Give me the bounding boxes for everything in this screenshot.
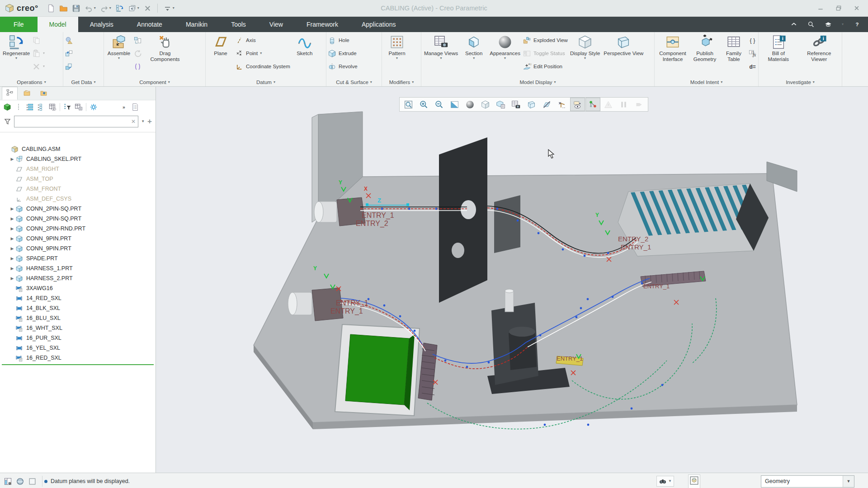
group-label-row[interactable]: Operations▾ <box>0 78 63 86</box>
show-cube-icon[interactable] <box>3 103 11 111</box>
tree-item[interactable]: 14_BLK_SXL <box>0 303 156 313</box>
spin-center-button[interactable] <box>585 98 600 111</box>
maximize-button[interactable] <box>835 5 842 11</box>
undo-button[interactable]: ▾ <box>85 4 96 13</box>
tree-item[interactable]: ASM_DEF_CSYS <box>0 194 156 204</box>
udf-button[interactable] <box>65 34 73 46</box>
exploded-view-button[interactable]: Exploded View <box>523 34 568 46</box>
pcb-board[interactable] <box>345 334 409 405</box>
model-window-button[interactable] <box>688 474 700 488</box>
extrude-button[interactable]: Extrude <box>328 47 358 59</box>
tab-model[interactable]: Model <box>38 17 78 32</box>
dropdown-arrow-icon[interactable]: ▾ <box>813 80 815 84</box>
display-style-button[interactable]: Display Style▾ <box>569 34 601 61</box>
expand-icon[interactable]: ▶ <box>9 157 15 161</box>
navigator-tab-favorites[interactable]: ✱ <box>36 88 51 100</box>
package-button[interactable] <box>133 47 142 59</box>
redo-button[interactable]: ▾ <box>100 4 111 13</box>
point-button[interactable]: Point▾ <box>235 47 290 59</box>
tree-item[interactable]: ▶HARNESS_2.PRT <box>0 273 156 283</box>
group-label-row[interactable]: Get Data▾ <box>63 78 104 86</box>
expand-all-icon[interactable] <box>26 103 34 111</box>
manage-views-button[interactable]: Manage Views▾ <box>423 34 459 61</box>
tree-item[interactable]: 14_RED_SXL <box>0 293 156 303</box>
dropdown-arrow-icon[interactable]: ▾ <box>396 56 398 60</box>
group-label-row[interactable]: Model Intent▾ <box>655 78 758 86</box>
dropdown-arrow-icon[interactable]: ▾ <box>370 80 372 84</box>
minimize-button[interactable] <box>817 5 824 11</box>
edit-position-button[interactable]: 4 2Edit Position <box>523 61 568 72</box>
find-button[interactable]: ▼ <box>656 476 674 487</box>
vp-perspective-button[interactable] <box>524 98 539 111</box>
tree-item[interactable]: ▶CONN_2PIN-RND.PRT <box>0 224 156 234</box>
selection-filter-dropdown-icon[interactable]: ▼ <box>843 476 854 487</box>
tree-item[interactable]: ▶CONN_2PIN-SQ.PRT <box>0 214 156 224</box>
tree-item[interactable]: 16_WHT_SXL <box>0 323 156 333</box>
annotation-display-button[interactable] <box>555 98 570 111</box>
handle-dots-icon[interactable] <box>14 103 23 111</box>
tree-item[interactable]: ▶CONN_9PIN.PRT <box>0 244 156 253</box>
tab-analysis[interactable]: Analysis <box>78 17 125 32</box>
dropdown-arrow-icon[interactable]: ▾ <box>554 80 556 84</box>
axis-button[interactable]: Axis <box>235 34 290 46</box>
search-dropdown-icon[interactable]: ▼ <box>141 120 145 123</box>
show-columns-icon[interactable] <box>48 103 57 111</box>
help-icon[interactable]: ? <box>854 21 861 28</box>
appearances-button[interactable]: Appearances▾ <box>488 34 522 61</box>
tree-item[interactable]: ▶SPADE.PRT <box>0 253 156 263</box>
resume-button[interactable] <box>632 98 646 111</box>
delete-button[interactable]: ▾ <box>32 61 45 72</box>
regenerate-button[interactable]: Regenerate▾ <box>1 34 31 61</box>
tree-item[interactable]: ▶CABLING_SKEL.PRT <box>0 154 156 164</box>
dropdown-arrow-icon[interactable]: ▾ <box>260 52 262 55</box>
view-manager-button[interactable] <box>509 98 524 111</box>
3d-scene[interactable]: ENTRY_1 ENTRY_2 ENTRY_1 ENTRY_1 ENTRY_2 … <box>156 87 868 473</box>
dropdown-arrow-icon[interactable]: ▾ <box>504 56 506 60</box>
dropdown-arrow-icon[interactable]: ▾ <box>721 80 722 84</box>
mirror-component-button[interactable] <box>133 61 142 72</box>
expand-icon[interactable]: ▶ <box>9 216 15 221</box>
expand-icon[interactable]: ▶ <box>9 276 15 281</box>
toggle-status-button[interactable]: Toggle Status <box>523 47 568 59</box>
import-button[interactable] <box>65 47 73 59</box>
dropdown-arrow-icon[interactable]: ▾ <box>440 56 442 60</box>
expand-icon[interactable]: ▶ <box>9 206 15 211</box>
tab-annotate[interactable]: Annotate <box>125 17 174 32</box>
create-component-button[interactable] <box>133 34 142 46</box>
new-file-button[interactable] <box>47 4 55 13</box>
shading-button[interactable] <box>462 98 477 111</box>
graphics-area[interactable]: ENTRY_1 ENTRY_2 ENTRY_1 ENTRY_1 ENTRY_2 … <box>156 87 868 473</box>
expand-icon[interactable]: ▶ <box>9 246 15 251</box>
clear-search-icon[interactable]: ✕ <box>131 118 136 125</box>
assemble-button[interactable]: Assemble▾ <box>105 34 132 61</box>
bom-button[interactable]: iBill of Materials <box>760 34 797 63</box>
tree-item[interactable]: ▶CONN_2PIN-SQ.PRT <box>0 204 156 214</box>
group-label-row[interactable]: Cut & Surface▾ <box>326 78 382 86</box>
datum-display-button[interactable] <box>539 98 554 111</box>
dropdown-arrow-icon[interactable]: ▾ <box>137 6 139 10</box>
section-button[interactable]: Section▾ <box>460 34 487 61</box>
regenerate-qat-button[interactable] <box>115 4 124 13</box>
dropdown-arrow-icon[interactable]: ▾ <box>118 56 120 60</box>
repaint-button[interactable] <box>447 98 462 111</box>
sketch-button[interactable]: Sketch <box>291 34 318 57</box>
expand-icon[interactable]: ▶ <box>9 256 15 261</box>
reference-viewer-button[interactable]: iReference Viewer <box>798 34 840 63</box>
web-browser-icon[interactable] <box>16 477 24 486</box>
sketch-warning-button[interactable] <box>601 98 616 111</box>
tree-item[interactable]: ASM_FRONT <box>0 184 156 194</box>
expand-icon[interactable]: ▶ <box>9 266 15 271</box>
paste-button[interactable]: ▾ <box>32 47 45 59</box>
black-panel[interactable] <box>439 137 487 303</box>
tree-search-input[interactable] <box>17 118 131 125</box>
tree-item[interactable]: ASM_RIGHT <box>0 164 156 174</box>
dropdown-arrow-icon[interactable]: ▾ <box>473 56 475 60</box>
tree-options-icon[interactable] <box>131 103 139 111</box>
publish-geometry-button[interactable]: Publish Geometry <box>690 34 719 63</box>
overflow-icon[interactable]: » <box>120 103 128 111</box>
find-dropdown-icon[interactable]: ▼ <box>668 479 672 483</box>
tree-columns-icon[interactable] <box>75 103 83 111</box>
learning-icon[interactable] <box>825 21 832 28</box>
group-label-row[interactable]: Modifiers▾ <box>382 78 421 86</box>
switch-windows-button[interactable]: ▾ <box>128 4 139 13</box>
